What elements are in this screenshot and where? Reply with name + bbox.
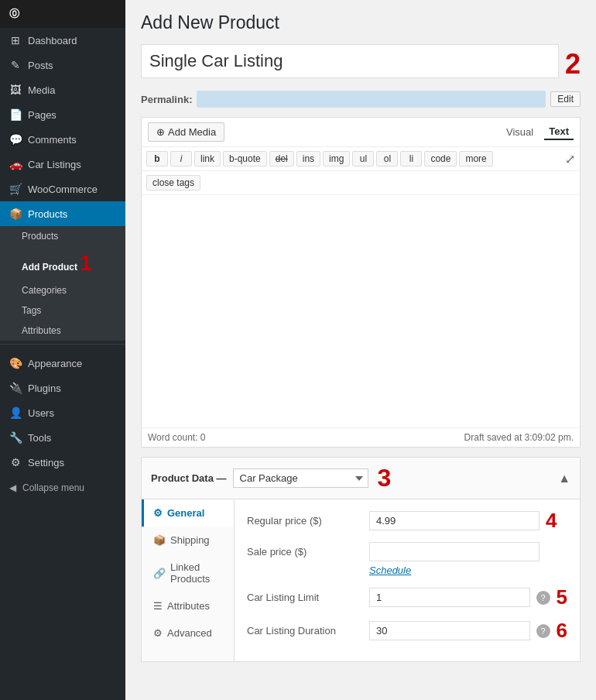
pd-tab-label: Attributes <box>167 600 210 612</box>
wp-logo: ⓪ <box>0 0 125 28</box>
sidebar-sub-item-categories[interactable]: Categories <box>0 280 125 300</box>
sale-price-input[interactable] <box>369 542 539 561</box>
editor-ul-button[interactable]: ul <box>352 151 374 166</box>
sidebar-sub-item-add-product[interactable]: Add Product 1 <box>0 246 125 280</box>
sidebar-item-appearance[interactable]: 🎨 Appearance <box>0 351 125 376</box>
editor-buttons-row: b i link b-quote del ins img ul ol li co… <box>142 147 580 171</box>
sidebar-sub-item-products[interactable]: Products <box>0 226 125 246</box>
editor-close-tags-button[interactable]: close tags <box>146 175 200 190</box>
sidebar-item-posts[interactable]: ✎ Posts <box>0 53 125 77</box>
sidebar-item-woocommerce[interactable]: 🛒 WooCommerce <box>0 177 125 201</box>
editor-link-button[interactable]: link <box>194 151 221 166</box>
editor-ins-button[interactable]: ins <box>296 151 320 166</box>
permalink-edit-button[interactable]: Edit <box>550 91 581 107</box>
general-tab-icon: ⚙ <box>153 507 163 519</box>
sidebar-item-label: Users <box>28 407 54 419</box>
page-title: Add New Product <box>141 12 581 33</box>
users-icon: 👤 <box>9 407 22 419</box>
add-media-label: Add Media <box>168 126 216 138</box>
products-submenu: Products Add Product 1 Categories Tags A… <box>0 226 125 341</box>
pages-icon: 📄 <box>9 108 22 121</box>
editor-ol-button[interactable]: ol <box>376 151 398 166</box>
editor-code-button[interactable]: code <box>424 151 457 166</box>
product-data-collapse-button[interactable]: ▲ <box>558 472 570 486</box>
sidebar-item-label: Pages <box>28 109 57 121</box>
editor-bquote-button[interactable]: b-quote <box>223 151 267 166</box>
editor-visual-tab[interactable]: Visual <box>502 125 538 139</box>
media-icon: 🖼 <box>9 84 22 96</box>
sidebar-item-car-listings[interactable]: 🚗 Car Listings <box>0 152 125 177</box>
sidebar-item-pages[interactable]: 📄 Pages <box>0 102 125 127</box>
permalink-label: Permalink: <box>141 94 192 105</box>
collapse-menu-button[interactable]: ◀ Collapse menu <box>0 475 125 501</box>
schedule-link[interactable]: Schedule <box>369 564 411 576</box>
dashboard-icon: ⊞ <box>9 34 22 46</box>
settings-icon: ⚙ <box>9 456 22 468</box>
wp-icon: ⓪ <box>9 7 19 21</box>
sidebar-item-dashboard[interactable]: ⊞ Dashboard <box>0 28 125 53</box>
sidebar-item-products[interactable]: 📦 Products <box>0 201 125 226</box>
editor-img-button[interactable]: img <box>323 151 350 166</box>
appearance-icon: 🎨 <box>9 357 22 369</box>
car-listing-duration-input[interactable] <box>369 621 530 640</box>
car-listing-duration-help[interactable]: ? <box>536 624 550 638</box>
car-listing-limit-row: Car Listing Limit ? 5 <box>247 585 567 609</box>
editor-more-button[interactable]: more <box>459 151 492 166</box>
sidebar-item-label: Dashboard <box>28 35 77 46</box>
sidebar-item-comments[interactable]: 💬 Comments <box>0 127 125 152</box>
regular-price-label: Regular price ($) <box>247 515 363 527</box>
sidebar-item-settings[interactable]: ⚙ Settings <box>0 450 125 475</box>
product-type-select[interactable]: Car Package Simple product Grouped produ… <box>233 468 368 488</box>
editor-media-row: ⊕ Add Media Visual Text <box>142 118 580 147</box>
editor-italic-button[interactable]: i <box>170 151 192 166</box>
editor-expand-icon[interactable]: ⤢ <box>565 152 575 166</box>
editor-content-area[interactable] <box>142 195 580 427</box>
editor-bold-button[interactable]: b <box>146 151 168 166</box>
sidebar-item-label: Products <box>28 208 67 220</box>
sidebar-item-label: Car Listings <box>28 159 81 170</box>
pd-tab-advanced[interactable]: ⚙ Advanced <box>142 619 234 647</box>
collapse-icon: ◀ <box>9 482 16 493</box>
sidebar-bottom: 🎨 Appearance 🔌 Plugins 👤 Users 🔧 Tools ⚙… <box>0 351 125 475</box>
editor-text-tab[interactable]: Text <box>544 124 574 140</box>
sidebar-item-media[interactable]: 🖼 Media <box>0 77 125 102</box>
permalink-url <box>197 91 546 108</box>
pd-tab-linked-products[interactable]: 🔗 Linked Products <box>142 554 234 592</box>
product-data-badge: 3 <box>378 464 392 492</box>
sidebar-item-label: Comments <box>28 134 77 146</box>
regular-price-row: Regular price ($) 4 <box>247 509 567 533</box>
editor-del-button[interactable]: del <box>269 151 294 166</box>
product-data-body: ⚙ General 📦 Shipping 🔗 Linked Products ☰… <box>142 499 580 661</box>
divider-1 <box>0 344 125 345</box>
pd-tab-general[interactable]: ⚙ General <box>142 499 234 527</box>
pd-tab-attributes[interactable]: ☰ Attributes <box>142 592 234 619</box>
sidebar-item-plugins[interactable]: 🔌 Plugins <box>0 376 125 400</box>
shipping-tab-icon: 📦 <box>153 534 166 546</box>
car-listing-limit-label: Car Listing Limit <box>247 592 363 603</box>
sidebar-sub-item-tags[interactable]: Tags <box>0 300 125 321</box>
pd-tab-label: Shipping <box>170 534 210 546</box>
product-data-header: Product Data — Car Package Simple produc… <box>142 458 580 499</box>
sidebar-item-label: Settings <box>28 457 64 468</box>
pd-tab-shipping[interactable]: 📦 Shipping <box>142 527 234 554</box>
sidebar-sub-item-attributes[interactable]: Attributes <box>0 321 125 341</box>
tools-icon: 🔧 <box>9 431 22 444</box>
attributes-tab-icon: ☰ <box>153 600 163 612</box>
product-title-input[interactable] <box>141 44 559 78</box>
add-product-badge: 1 <box>80 251 92 275</box>
advanced-tab-icon: ⚙ <box>153 627 163 639</box>
car-listing-limit-help[interactable]: ? <box>536 591 550 605</box>
products-arrow <box>112 210 116 218</box>
add-media-button[interactable]: ⊕ Add Media <box>148 122 224 142</box>
sidebar-item-tools[interactable]: 🔧 Tools <box>0 425 125 450</box>
sidebar-item-users[interactable]: 👤 Users <box>0 400 125 425</box>
regular-price-input[interactable] <box>369 511 539 530</box>
product-data-tabs: ⚙ General 📦 Shipping 🔗 Linked Products ☰… <box>142 499 235 661</box>
car-listing-limit-badge: 5 <box>557 585 567 609</box>
car-listing-limit-input[interactable] <box>369 588 530 607</box>
editor-li-button[interactable]: li <box>400 151 422 166</box>
linked-tab-icon: 🔗 <box>153 568 166 579</box>
sale-price-label: Sale price ($) <box>247 546 363 558</box>
products-icon: 📦 <box>9 208 22 220</box>
pd-tab-label: Advanced <box>167 627 212 639</box>
